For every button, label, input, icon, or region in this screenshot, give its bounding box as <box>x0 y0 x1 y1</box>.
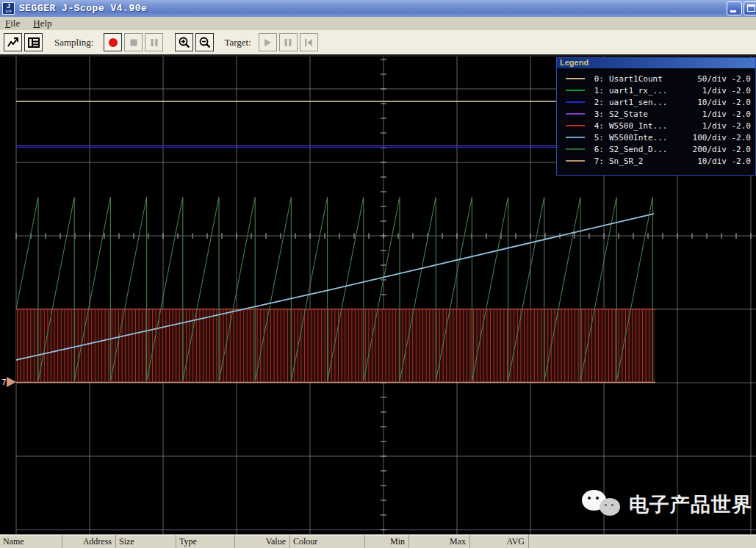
legend-entry[interactable]: 7:Sn_SR_210/div -2.0 <box>557 155 755 167</box>
legend-rows: 0:Usart1Count50/div -2.01:uart1_rx_...1/… <box>557 68 755 167</box>
zoom-in-button[interactable] <box>175 33 193 51</box>
watermark-text: 电子产品世界 <box>629 491 752 518</box>
column-header-min[interactable]: Min <box>365 535 409 548</box>
zoom-out-button[interactable] <box>195 33 214 51</box>
legend-color-swatch <box>566 101 585 103</box>
app-icon[interactable]: J ink <box>2 2 15 15</box>
legend-entry-name: S2_State <box>609 109 683 119</box>
legend-toggle-button[interactable] <box>24 33 43 51</box>
target-play-button[interactable] <box>259 33 277 51</box>
legend-entry-scale: 10/div -2.0 <box>683 156 751 166</box>
maximize-icon <box>747 4 755 12</box>
legend-title-bar[interactable]: Legend <box>557 58 755 68</box>
target-pause-button[interactable] <box>279 33 298 51</box>
column-header-avg[interactable]: AVG <box>470 535 529 548</box>
legend-entry-index: 3: <box>591 109 604 119</box>
menu-bar: FileHelp <box>0 17 756 30</box>
legend-color-swatch <box>566 148 585 150</box>
waveform-icon <box>7 36 20 49</box>
legend-color-swatch <box>566 90 585 91</box>
skip-to-start-icon <box>303 37 314 48</box>
column-header-name[interactable]: Name <box>0 535 62 548</box>
legend-color-swatch <box>566 113 585 115</box>
column-header-value[interactable]: Value <box>235 535 290 548</box>
wechat-icon <box>580 487 622 522</box>
column-header-type[interactable]: Type <box>176 535 235 548</box>
minimize-icon <box>730 10 736 12</box>
pause-icon <box>148 37 160 48</box>
legend-entry-scale: 1/div -2.0 <box>683 109 751 119</box>
legend-icon <box>27 36 40 49</box>
legend-color-swatch <box>566 160 585 162</box>
jscope-window: J ink SEGGER J-Scope V4.90e FileHelp Sa <box>0 0 756 548</box>
target-label: Target: <box>224 37 251 48</box>
legend-entry-index: 2: <box>591 98 604 107</box>
legend-entry-name: S2_Send_D... <box>609 145 683 154</box>
zoom-out-icon <box>198 36 212 49</box>
legend-entry-scale: 1/div -2.0 <box>683 121 751 131</box>
legend-entry[interactable]: 0:Usart1Count50/div -2.0 <box>557 73 755 84</box>
legend-entry-index: 5: <box>591 133 604 143</box>
legend-entry-index: 6: <box>591 145 604 154</box>
column-header-filler <box>529 535 756 548</box>
record-button[interactable] <box>104 33 122 51</box>
svg-text:7: 7 <box>1 378 7 387</box>
legend-color-swatch <box>566 137 585 138</box>
legend-entry-scale: 50/div -2.0 <box>683 74 751 84</box>
legend-entry[interactable]: 5:W5500Inte...100/div -2.0 <box>557 131 755 143</box>
column-header-size[interactable]: Size <box>116 535 176 548</box>
menu-item-file[interactable]: File <box>4 18 21 29</box>
record-icon <box>107 37 119 48</box>
legend-entry[interactable]: 1:uart1_rx_...1/div -2.0 <box>557 84 755 96</box>
legend-entry-scale: 10/div -2.0 <box>683 98 751 107</box>
waveform-view-button[interactable] <box>4 33 22 51</box>
legend-entry-index: 4: <box>591 121 604 131</box>
legend-entry[interactable]: 4:W5500_Int...1/div -2.0 <box>557 120 755 131</box>
zoom-in-icon <box>178 36 191 49</box>
column-header-max[interactable]: Max <box>409 535 470 548</box>
play-icon <box>262 37 273 48</box>
legend-entry-name: W5500Inte... <box>609 133 683 143</box>
toolbar: Sampling: <box>0 30 756 57</box>
legend-entry[interactable]: 3:S2_State1/div -2.0 <box>557 108 755 120</box>
legend-entry-index: 7: <box>591 156 604 166</box>
sampling-label: Sampling: <box>54 37 93 48</box>
legend-entry-name: W5500_Int... <box>609 121 683 131</box>
legend-entry-scale: 1/div -2.0 <box>683 86 751 95</box>
legend-entry-scale: 100/div -2.0 <box>683 133 751 143</box>
watch-table-header: NameAddressSizeTypeValueColourMinMaxAVG <box>0 534 756 548</box>
legend-entry-name: uart1_sen... <box>609 98 683 107</box>
legend-color-swatch <box>566 125 585 126</box>
legend-entry-index: 1: <box>591 86 604 95</box>
legend-entry[interactable]: 6:S2_Send_D...200/div -2.0 <box>557 143 755 155</box>
maximize-button[interactable] <box>744 1 756 15</box>
legend-window[interactable]: Legend 0:Usart1Count50/div -2.01:uart1_r… <box>556 57 756 176</box>
legend-entry-index: 0: <box>591 74 604 84</box>
pause-sampling-button[interactable] <box>145 33 163 51</box>
menu-item-help[interactable]: Help <box>32 18 53 29</box>
stop-icon <box>128 37 140 48</box>
legend-entry[interactable]: 2:uart1_sen...10/div -2.0 <box>557 96 755 108</box>
column-header-address[interactable]: Address <box>62 535 116 548</box>
app-icon-ink: ink <box>5 10 12 14</box>
minimize-button[interactable] <box>727 1 742 15</box>
stop-sampling-button[interactable] <box>124 33 143 51</box>
legend-entry-name: Usart1Count <box>609 74 683 84</box>
target-restart-button[interactable] <box>300 33 318 51</box>
column-header-colour[interactable]: Colour <box>290 535 365 548</box>
title-bar[interactable]: J ink SEGGER J-Scope V4.90e <box>0 0 756 17</box>
legend-entry-name: Sn_SR_2 <box>609 156 683 166</box>
legend-entry-scale: 200/div -2.0 <box>683 145 751 154</box>
legend-color-swatch <box>566 78 585 79</box>
window-title: SEGGER J-Scope V4.90e <box>19 3 147 14</box>
watermark: 电子产品世界 <box>580 487 752 522</box>
legend-entry-name: uart1_rx_... <box>609 86 683 95</box>
target-pause-icon <box>282 37 294 48</box>
